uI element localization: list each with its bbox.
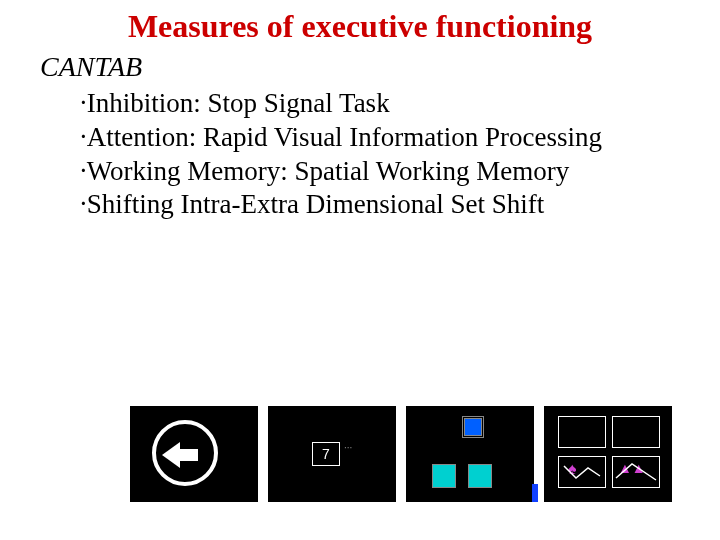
arrow-stem-icon (178, 449, 198, 461)
bullet-icon: · (80, 155, 87, 189)
thumbnail-ied: ♠ ▲▲ (544, 406, 672, 502)
number-box: 7 (312, 442, 340, 466)
side-bar-icon (532, 484, 538, 502)
dots-icon: ··· (344, 442, 352, 453)
bullet-icon: · (80, 87, 87, 121)
bullet-icon: · (80, 188, 87, 222)
bullet-icon: · (80, 121, 87, 155)
square-cyan-icon (432, 464, 456, 488)
line-icon (558, 456, 604, 486)
thumbnail-rvip: 7 ··· (268, 406, 396, 502)
bullet-list: · Inhibition: Stop Signal Task · Attenti… (0, 87, 720, 222)
panel-rect-icon (612, 416, 660, 448)
bullet-text: Working Memory: Spatial Working Memory (87, 155, 570, 189)
list-item: · Shifting Intra-Extra Dimensional Set S… (80, 188, 720, 222)
slide-title: Measures of executive functioning (0, 0, 720, 45)
bullet-text: Inhibition: Stop Signal Task (87, 87, 390, 121)
square-blue-icon (464, 418, 482, 436)
line-icon (612, 456, 658, 486)
bullet-text: Shifting Intra-Extra Dimensional Set Shi… (87, 188, 544, 222)
slide-subtitle: CANTAB (0, 51, 720, 83)
thumbnail-row: 7 ··· ♠ ▲▲ (130, 406, 672, 502)
square-cyan-icon (468, 464, 492, 488)
list-item: · Working Memory: Spatial Working Memory (80, 155, 720, 189)
thumbnail-swm (406, 406, 534, 502)
thumbnail-stop-signal (130, 406, 258, 502)
bullet-text: Attention: Rapid Visual Information Proc… (87, 121, 602, 155)
panel-rect-icon (558, 416, 606, 448)
list-item: · Attention: Rapid Visual Information Pr… (80, 121, 720, 155)
list-item: · Inhibition: Stop Signal Task (80, 87, 720, 121)
